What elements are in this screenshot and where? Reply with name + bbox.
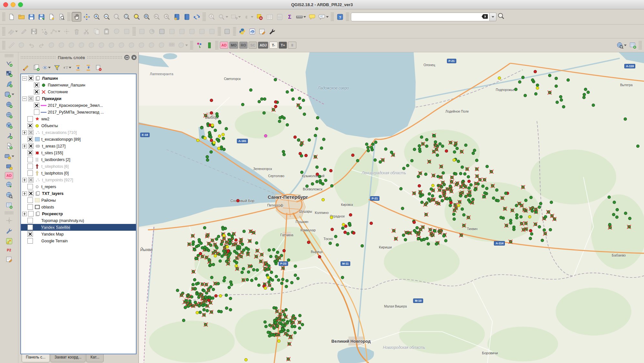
- undo-button[interactable]: [26, 40, 36, 50]
- plugin-settings-button[interactable]: [267, 26, 277, 36]
- geometry-checker-button[interactable]: [194, 40, 204, 50]
- cad-tools-button[interactable]: [6, 40, 16, 50]
- refresh-map-button[interactable]: [192, 12, 201, 22]
- add-db2-layer-button[interactable]: [4, 120, 14, 130]
- layer-row-состояние[interactable]: Состояние: [21, 88, 136, 95]
- layer-row-районы[interactable]: Районы: [21, 197, 136, 204]
- panel-tab-панель-с-[interactable]: Панель с...: [22, 354, 50, 362]
- collapse-icon[interactable]: [22, 76, 27, 81]
- delete-ring-button[interactable]: [97, 40, 106, 50]
- layer-styling-button[interactable]: [22, 63, 30, 72]
- layer-row-topomap-marshruty-ru[interactable]: Topomap (marshruty.ru): [21, 217, 136, 224]
- layer-row-росреестр[interactable]: Росреестр: [21, 210, 136, 217]
- coordinate-capture-button[interactable]: [4, 216, 14, 225]
- map-tips-button[interactable]: [307, 12, 317, 22]
- paste-features-button[interactable]: [102, 26, 111, 36]
- layer-row-t_repers[interactable]: t_repers: [21, 183, 136, 190]
- reshape-features-button[interactable]: [127, 40, 136, 50]
- new-shapefile-layer-button[interactable]: [4, 141, 14, 151]
- move-label-button[interactable]: [187, 26, 197, 36]
- layer-row-лапшин[interactable]: Лапшин: [21, 75, 136, 82]
- collapse-icon[interactable]: [22, 96, 27, 101]
- layer-checkbox[interactable]: [27, 225, 33, 230]
- layer-checkbox[interactable]: [34, 82, 39, 88]
- zoom-to-layer-button[interactable]: [142, 12, 151, 22]
- mo-tool-button[interactable]: MO: [229, 42, 238, 49]
- layer-row-txt_layers[interactable]: TXT_layers: [21, 190, 136, 197]
- adj-tool-button[interactable]: ADJ: [258, 42, 268, 49]
- search-input[interactable]: [351, 13, 490, 21]
- layer-row-yandex-map[interactable]: Yandex Map: [21, 231, 136, 237]
- layer-checkbox[interactable]: [28, 191, 34, 196]
- search-icon[interactable]: [497, 12, 505, 21]
- redo-button[interactable]: [36, 40, 46, 50]
- layer-row-t_lastborders-2[interactable]: t_lastborders [2]: [21, 156, 136, 163]
- offset-point-symbols-button[interactable]: [112, 26, 121, 36]
- layer-row-t_turnpoints-927[interactable]: t_turnpoints [927]: [21, 176, 136, 183]
- add-postgis-layer-button[interactable]: [3, 89, 15, 99]
- expand-icon[interactable]: [22, 178, 27, 182]
- capture-tool-button[interactable]: [4, 226, 14, 236]
- panel-grip[interactable]: [87, 56, 122, 59]
- zoom-in-button[interactable]: [92, 12, 101, 22]
- new-project-button[interactable]: [6, 12, 16, 22]
- float-panel-button[interactable]: [124, 55, 129, 60]
- capture-xy-button[interactable]: [122, 26, 131, 36]
- layer-checkbox[interactable]: [27, 238, 33, 244]
- add-delimited-text-layer-button[interactable]: [4, 79, 14, 89]
- layer-checkbox[interactable]: [34, 89, 39, 95]
- rotate-feature-button[interactable]: [46, 40, 56, 50]
- layer-row-прикидки[interactable]: Прикидки: [21, 95, 136, 102]
- text-annotation-button[interactable]: [317, 12, 330, 22]
- composer-manager-button[interactable]: [56, 12, 66, 22]
- t-minus-tool-button[interactable]: T-: [269, 42, 278, 49]
- log-notes-button[interactable]: [257, 26, 267, 36]
- layer-row-t_lastphotos-0[interactable]: t_lastphotos [0]: [21, 170, 136, 176]
- help-button[interactable]: ?: [335, 12, 345, 22]
- delete-selected-button[interactable]: [72, 26, 81, 36]
- zoom-full-button[interactable]: [122, 12, 131, 22]
- show-bookmarks-button[interactable]: [182, 12, 191, 22]
- layer-row-2017_ру5мпа_землеотвод[interactable]: 2017_Ру5МПа_Землеотвод ...: [21, 109, 136, 116]
- layer-checkbox[interactable]: [27, 231, 33, 237]
- ad-layer-tool-button[interactable]: AD: [5, 172, 13, 179]
- layer-row-yandex-satellite[interactable]: Yandex Satellite: [21, 224, 136, 231]
- rotate-point-symbols-button[interactable]: [167, 40, 176, 50]
- add-spatialite-layer-button[interactable]: [4, 100, 14, 109]
- metasearch-catalog-button[interactable]: [4, 190, 14, 200]
- layer-checkbox[interactable]: [28, 96, 34, 101]
- change-label-button[interactable]: [207, 26, 217, 36]
- add-feature-button[interactable]: [39, 26, 49, 36]
- add-ring-button[interactable]: [66, 40, 76, 50]
- identify-features-button[interactable]: i: [207, 12, 217, 22]
- layer-checkbox[interactable]: [27, 123, 33, 128]
- manage-visibility-button[interactable]: [42, 63, 51, 72]
- node-tool-button[interactable]: [49, 26, 61, 36]
- label-tool-button[interactable]: [137, 26, 147, 36]
- layer-checkbox[interactable]: [28, 211, 34, 217]
- save-project-as-button[interactable]: [36, 12, 46, 22]
- layer-checkbox[interactable]: [34, 109, 39, 115]
- copy-features-button[interactable]: [92, 26, 101, 36]
- filter-by-expression-button[interactable]: ε: [63, 63, 71, 72]
- add-wfs-layer-button[interactable]: [4, 180, 14, 189]
- add-oracle-layer-button[interactable]: [4, 131, 14, 140]
- search-dropdown-button[interactable]: [489, 13, 496, 21]
- layer-row-t_sitephotos-6[interactable]: t_sitephotos [6]: [21, 163, 136, 170]
- expand-icon[interactable]: [22, 212, 27, 216]
- zoom-native-button[interactable]: 1:1: [112, 12, 121, 22]
- add-mssql-layer-button[interactable]: [4, 110, 14, 120]
- split-features-button[interactable]: [137, 40, 146, 50]
- close-button[interactable]: [3, 2, 8, 7]
- layer-row-t_excavations-710[interactable]: t_excavations [710]: [21, 129, 136, 136]
- toggle-editing-button[interactable]: [19, 26, 29, 36]
- expand-icon[interactable]: [22, 191, 27, 196]
- delete-part-button[interactable]: [107, 40, 116, 50]
- ii-tool-button[interactable]: II: [288, 42, 296, 49]
- layer-diagram-button[interactable]: [147, 26, 157, 36]
- layer-row-объекты[interactable]: Объекты: [21, 122, 136, 129]
- layer-checkbox[interactable]: [28, 143, 34, 149]
- zoom-last-button[interactable]: [152, 12, 161, 22]
- statistical-summary-button[interactable]: Σ: [285, 12, 294, 22]
- measure-button[interactable]: [295, 12, 307, 22]
